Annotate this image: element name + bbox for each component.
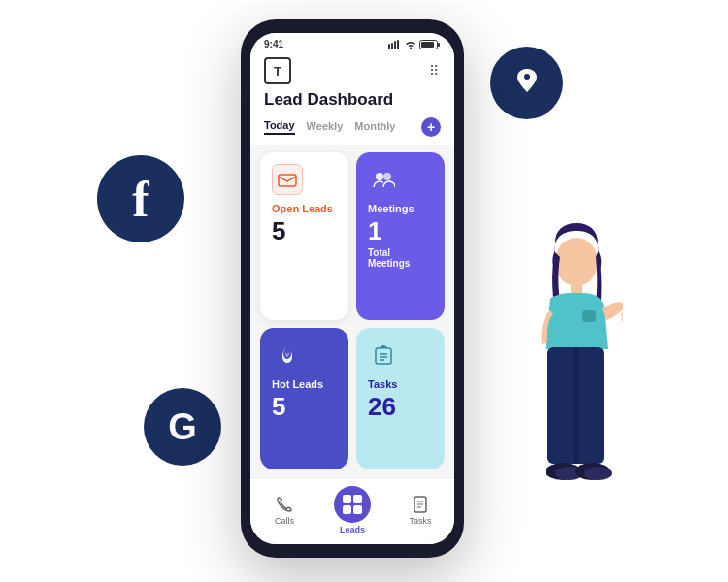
hot-leads-value: 5 xyxy=(272,394,337,419)
hot-leads-card[interactable]: Hot Leads 5 xyxy=(260,328,348,470)
tasks-card[interactable]: Tasks 26 xyxy=(356,328,445,470)
facebook-circle: f xyxy=(97,155,184,242)
location-circle xyxy=(490,47,563,119)
app-logo: T xyxy=(264,57,291,84)
meetings-card[interactable]: Meetings 1 Total Meetings xyxy=(356,152,445,320)
svg-rect-3 xyxy=(391,43,393,49)
google-icon: G xyxy=(168,406,197,448)
phone-screen: 9:41 xyxy=(250,33,454,544)
meetings-icon xyxy=(368,164,399,195)
bottom-nav: Calls Leads xyxy=(250,477,454,544)
status-time: 9:41 xyxy=(264,39,283,49)
woman-illustration xyxy=(497,223,623,553)
nav-item-tasks[interactable]: Tasks xyxy=(397,495,444,526)
svg-point-12 xyxy=(383,173,391,180)
open-leads-label: Open Leads xyxy=(272,203,337,214)
svg-point-25 xyxy=(555,238,598,286)
tab-weekly[interactable]: Weekly xyxy=(307,120,344,134)
dots-menu-icon[interactable]: ⠿ xyxy=(429,63,441,79)
svg-rect-2 xyxy=(388,44,390,49)
dashboard-grid: Open Leads 5 Meetings 1 Total Meetings xyxy=(250,145,454,477)
svg-rect-17 xyxy=(343,495,351,503)
hot-leads-label: Hot Leads xyxy=(272,378,337,390)
tab-bar: Today Weekly Monthly + xyxy=(250,117,454,145)
svg-rect-10 xyxy=(279,175,296,186)
add-tab-button[interactable]: + xyxy=(421,117,441,137)
status-icons xyxy=(388,40,441,49)
tasks-value: 26 xyxy=(368,394,433,419)
svg-rect-4 xyxy=(394,41,396,49)
phone-shell: 9:41 xyxy=(241,19,464,558)
meetings-value: 1 xyxy=(368,218,433,243)
google-circle: G xyxy=(144,388,221,466)
svg-point-33 xyxy=(584,467,612,480)
open-leads-card[interactable]: Open Leads 5 xyxy=(260,152,348,320)
nav-item-leads[interactable]: Leads xyxy=(329,486,376,534)
svg-rect-27 xyxy=(582,310,596,322)
app-header: T ⠿ xyxy=(250,51,454,88)
page-title: Lead Dashboard xyxy=(250,88,454,117)
tab-monthly[interactable]: Monthly xyxy=(354,120,395,134)
open-leads-icon xyxy=(272,164,303,195)
svg-rect-18 xyxy=(353,495,362,503)
tasks-label: Tasks xyxy=(368,378,433,390)
hot-leads-icon xyxy=(272,340,303,371)
svg-rect-9 xyxy=(438,43,440,47)
location-pin-icon xyxy=(509,61,546,106)
svg-point-11 xyxy=(376,173,383,180)
nav-tasks-label: Tasks xyxy=(409,516,431,526)
svg-point-1 xyxy=(524,74,530,80)
status-bar: 9:41 xyxy=(250,33,454,51)
nav-leads-label: Leads xyxy=(340,525,365,534)
open-leads-value: 5 xyxy=(272,218,337,243)
svg-rect-13 xyxy=(381,345,385,348)
svg-rect-29 xyxy=(574,347,578,464)
svg-point-6 xyxy=(410,47,412,48)
facebook-icon: f xyxy=(132,171,149,228)
svg-rect-5 xyxy=(397,40,399,49)
tasks-icon xyxy=(368,340,399,371)
meetings-sublabel: Total Meetings xyxy=(368,247,433,269)
svg-rect-19 xyxy=(343,505,351,514)
svg-rect-8 xyxy=(421,42,434,48)
tab-today[interactable]: Today xyxy=(264,119,295,135)
nav-item-calls[interactable]: Calls xyxy=(261,495,308,526)
meetings-label: Meetings xyxy=(368,203,433,214)
nav-calls-label: Calls xyxy=(275,516,294,526)
svg-rect-20 xyxy=(353,505,362,514)
